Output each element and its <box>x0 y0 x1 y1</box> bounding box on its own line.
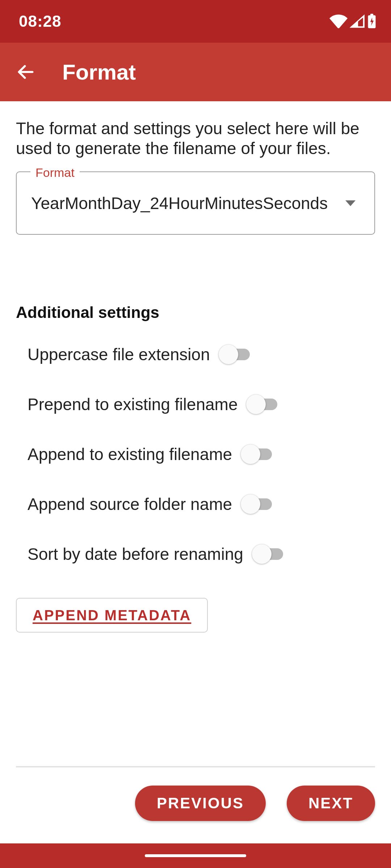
setting-row-prepend: Prepend to existing filename <box>28 395 375 414</box>
setting-label: Uppercase file extension <box>28 345 210 364</box>
status-time: 08:28 <box>19 12 62 30</box>
setting-label: Prepend to existing filename <box>28 395 237 414</box>
wifi-icon <box>329 14 348 28</box>
format-description: The format and settings you select here … <box>16 119 375 158</box>
system-nav-bar <box>0 843 391 868</box>
toggle-append[interactable] <box>241 447 272 462</box>
additional-settings-header: Additional settings <box>16 303 375 322</box>
append-metadata-button[interactable]: APPEND METADATA <box>16 598 208 633</box>
previous-label: PREVIOUS <box>157 795 244 812</box>
next-button[interactable]: NEXT <box>287 786 375 821</box>
switch-knob <box>241 494 260 514</box>
toggle-prepend[interactable] <box>246 397 277 412</box>
home-indicator[interactable] <box>145 854 246 857</box>
append-metadata-label: APPEND METADATA <box>33 607 191 624</box>
format-legend: Format <box>30 166 80 180</box>
chevron-down-icon <box>345 200 356 206</box>
setting-row-sort-date: Sort by date before renaming <box>28 544 375 564</box>
wizard-nav: PREVIOUS NEXT <box>0 786 391 821</box>
svg-rect-1 <box>370 14 373 16</box>
setting-label: Append to existing filename <box>28 444 232 464</box>
previous-button[interactable]: PREVIOUS <box>135 786 266 821</box>
app-bar: Format <box>0 43 391 101</box>
divider <box>16 766 375 767</box>
status-icons <box>329 14 377 29</box>
toggle-uppercase-ext[interactable] <box>219 347 250 362</box>
setting-row-append: Append to existing filename <box>28 444 375 464</box>
setting-label: Sort by date before renaming <box>28 544 243 564</box>
setting-label: Append source folder name <box>28 494 232 514</box>
format-field-wrap: Format YearMonthDay_24HourMinutesSeconds <box>16 171 375 235</box>
content: The format and settings you select here … <box>0 101 391 633</box>
toggle-sort-date[interactable] <box>252 546 283 562</box>
setting-row-uppercase-ext: Uppercase file extension <box>28 345 375 364</box>
settings-list: Uppercase file extension Prepend to exis… <box>16 345 375 564</box>
switch-knob <box>246 395 266 414</box>
setting-row-append-folder: Append source folder name <box>28 494 375 514</box>
switch-knob <box>252 544 272 564</box>
format-dropdown[interactable]: Format YearMonthDay_24HourMinutesSeconds <box>16 171 375 235</box>
format-value: YearMonthDay_24HourMinutesSeconds <box>31 193 360 213</box>
arrow-left-icon <box>16 62 36 82</box>
page-title: Format <box>62 60 136 85</box>
switch-knob <box>241 444 260 464</box>
status-bar: 08:28 <box>0 0 391 43</box>
signal-icon <box>350 14 365 28</box>
back-button[interactable] <box>13 59 38 85</box>
toggle-append-folder[interactable] <box>241 497 272 512</box>
switch-knob <box>219 345 238 364</box>
battery-charging-icon <box>367 14 377 29</box>
next-label: NEXT <box>308 795 353 812</box>
